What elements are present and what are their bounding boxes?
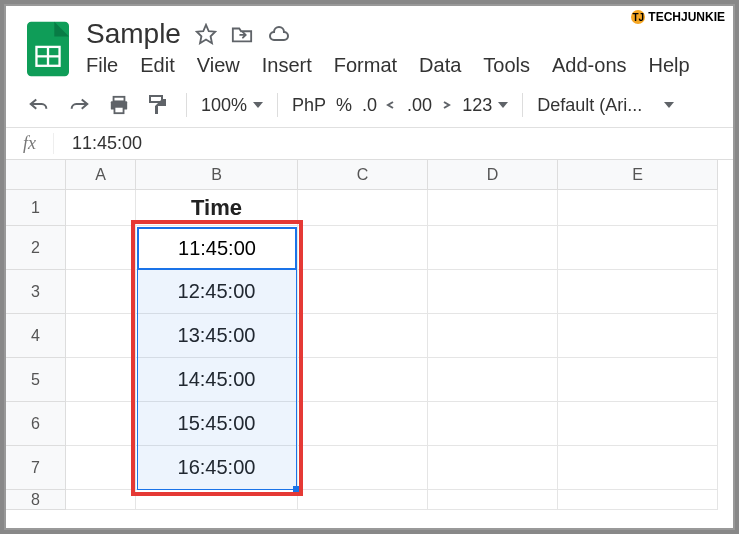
col-header-a[interactable]: A (66, 160, 136, 190)
row-header-7[interactable]: 7 (6, 446, 66, 490)
cell-e2[interactable] (558, 226, 718, 270)
watermark-techjunkie: TJTECHJUNKIE (631, 10, 725, 24)
cell-a1[interactable] (66, 190, 136, 226)
cell-d5[interactable] (428, 358, 558, 402)
col-header-e[interactable]: E (558, 160, 718, 190)
cell-d6[interactable] (428, 402, 558, 446)
row-header-3[interactable]: 3 (6, 270, 66, 314)
cell-c2[interactable] (298, 226, 428, 270)
cell-b6[interactable]: 15:45:00 (136, 402, 298, 446)
cell-a5[interactable] (66, 358, 136, 402)
cell-a8[interactable] (66, 490, 136, 510)
cell-d1[interactable] (428, 190, 558, 226)
row-header-8[interactable]: 8 (6, 490, 66, 510)
cell-d8[interactable] (428, 490, 558, 510)
cell-c5[interactable] (298, 358, 428, 402)
cell-b3[interactable]: 12:45:00 (136, 270, 298, 314)
menu-view[interactable]: View (197, 54, 240, 77)
cell-e6[interactable] (558, 402, 718, 446)
svg-rect-7 (114, 107, 123, 113)
row-header-5[interactable]: 5 (6, 358, 66, 402)
cell-e1[interactable] (558, 190, 718, 226)
font-select[interactable]: Default (Ari... (537, 95, 674, 116)
col-header-c[interactable]: C (298, 160, 428, 190)
print-icon[interactable] (104, 95, 134, 115)
zoom-select[interactable]: 100% (201, 95, 263, 116)
cell-b5[interactable]: 14:45:00 (136, 358, 298, 402)
svg-marker-4 (197, 25, 215, 43)
svg-rect-5 (114, 97, 125, 102)
menu-tools[interactable]: Tools (483, 54, 530, 77)
cell-b8[interactable] (136, 490, 298, 510)
cell-d4[interactable] (428, 314, 558, 358)
more-formats-button[interactable]: 123 (462, 95, 508, 116)
col-header-b[interactable]: B (136, 160, 298, 190)
decrease-decimal-button[interactable]: .0 (362, 95, 397, 116)
menu-addons[interactable]: Add-ons (552, 54, 627, 77)
formula-bar[interactable]: 11:45:00 (54, 133, 142, 154)
cell-e3[interactable] (558, 270, 718, 314)
cell-a3[interactable] (66, 270, 136, 314)
cell-c1[interactable] (298, 190, 428, 226)
menu-help[interactable]: Help (649, 54, 690, 77)
cell-e8[interactable] (558, 490, 718, 510)
menu-insert[interactable]: Insert (262, 54, 312, 77)
star-icon[interactable] (195, 23, 217, 45)
document-title[interactable]: Sample (86, 18, 181, 50)
cell-e4[interactable] (558, 314, 718, 358)
cell-c3[interactable] (298, 270, 428, 314)
col-header-d[interactable]: D (428, 160, 558, 190)
cell-a4[interactable] (66, 314, 136, 358)
fill-handle[interactable] (293, 486, 301, 494)
chevron-down-icon (253, 102, 263, 108)
cell-d7[interactable] (428, 446, 558, 490)
cell-d3[interactable] (428, 270, 558, 314)
row-header-4[interactable]: 4 (6, 314, 66, 358)
cell-d2[interactable] (428, 226, 558, 270)
cell-e5[interactable] (558, 358, 718, 402)
cloud-status-icon[interactable] (267, 24, 291, 44)
chevron-down-icon (498, 102, 508, 108)
row-header-1[interactable]: 1 (6, 190, 66, 226)
cell-a2[interactable] (66, 226, 136, 270)
menu-file[interactable]: File (86, 54, 118, 77)
percent-button[interactable]: % (336, 95, 352, 116)
undo-icon[interactable] (24, 96, 54, 114)
cell-b1[interactable]: Time (136, 190, 298, 226)
fx-icon: fx (6, 133, 54, 154)
cell-a6[interactable] (66, 402, 136, 446)
toolbar: 100% PhP % .0 .00 123 Default (Ari... (6, 83, 733, 128)
cell-c6[interactable] (298, 402, 428, 446)
paint-format-icon[interactable] (144, 94, 172, 116)
menu-data[interactable]: Data (419, 54, 461, 77)
currency-button[interactable]: PhP (292, 95, 326, 116)
cell-b2[interactable] (136, 226, 298, 270)
chevron-down-icon (664, 102, 674, 108)
row-header-2[interactable]: 2 (6, 226, 66, 270)
cell-c8[interactable] (298, 490, 428, 510)
cell-a7[interactable] (66, 446, 136, 490)
cell-c4[interactable] (298, 314, 428, 358)
cell-b4[interactable]: 13:45:00 (136, 314, 298, 358)
redo-icon[interactable] (64, 96, 94, 114)
cell-b7[interactable]: 16:45:00 (136, 446, 298, 490)
cell-e7[interactable] (558, 446, 718, 490)
increase-decimal-button[interactable]: .00 (407, 95, 452, 116)
row-header-6[interactable]: 6 (6, 402, 66, 446)
sheets-logo-icon (24, 18, 72, 80)
menu-edit[interactable]: Edit (140, 54, 174, 77)
menu-bar: File Edit View Insert Format Data Tools … (86, 54, 715, 83)
move-folder-icon[interactable] (231, 24, 253, 44)
cell-c7[interactable] (298, 446, 428, 490)
select-all-corner[interactable] (6, 160, 66, 190)
menu-format[interactable]: Format (334, 54, 397, 77)
